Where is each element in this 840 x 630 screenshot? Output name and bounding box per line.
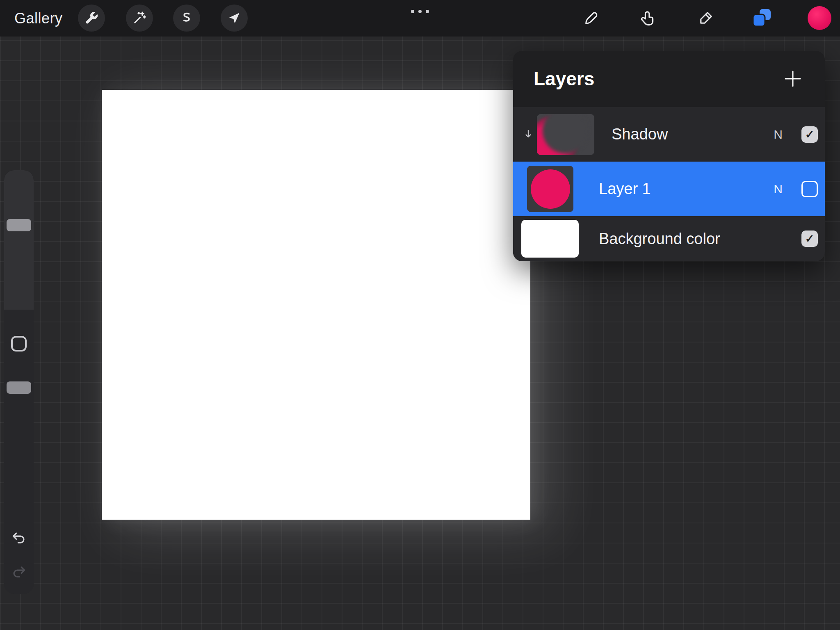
adjustments-button[interactable] — [126, 5, 153, 32]
opacity-slider[interactable] — [7, 381, 31, 394]
modify-button[interactable] — [11, 336, 27, 352]
clipping-mask-icon — [522, 129, 534, 140]
smudge-finger-button[interactable] — [634, 5, 661, 32]
redo-button[interactable] — [11, 564, 27, 580]
layer-row-background-color[interactable]: Background color ✓ — [513, 216, 825, 261]
pink-circle-artwork — [531, 169, 570, 209]
layer-name[interactable]: Background color — [599, 230, 801, 248]
brush-size-slider[interactable] — [7, 219, 31, 231]
actions-button[interactable] — [78, 5, 105, 32]
layer-thumbnail[interactable] — [527, 166, 573, 212]
background-color-thumbnail[interactable] — [521, 220, 579, 258]
gallery-button[interactable]: Gallery — [14, 0, 63, 37]
brush-icon — [582, 10, 600, 27]
layer-name[interactable]: Shadow — [612, 126, 774, 143]
smudge-finger-icon — [639, 10, 656, 27]
blend-mode-badge[interactable]: N — [774, 182, 783, 196]
selection-button[interactable] — [173, 5, 200, 32]
layers-button-active[interactable] — [748, 5, 775, 32]
eraser-button[interactable] — [692, 5, 719, 32]
layer-row-shadow[interactable]: Shadow N ✓ — [513, 107, 825, 162]
paint-brush-button[interactable] — [578, 5, 605, 32]
active-color-swatch[interactable] — [808, 6, 831, 30]
canvas[interactable] — [102, 90, 530, 520]
undo-button[interactable] — [11, 530, 27, 546]
eraser-icon — [697, 10, 714, 27]
layer-thumbnail[interactable] — [537, 114, 594, 155]
magic-wand-icon — [132, 11, 147, 25]
layer-visibility-checkbox[interactable]: ✓ — [801, 126, 818, 143]
transform-arrow-icon — [227, 11, 242, 25]
side-toolbar — [4, 170, 34, 594]
brush-size-track — [4, 170, 34, 310]
layers-panel-header: Layers — [513, 51, 825, 107]
redo-icon — [11, 564, 27, 580]
ellipsis-icon — [418, 10, 422, 13]
shadow-paint-crescent — [543, 114, 588, 153]
ellipsis-icon — [411, 10, 414, 13]
layers-title: Layers — [534, 68, 783, 90]
more-options-button[interactable] — [409, 7, 431, 16]
ellipsis-icon — [426, 10, 429, 13]
check-icon: ✓ — [805, 128, 815, 141]
blend-mode-badge[interactable]: N — [774, 128, 783, 142]
check-icon: ✓ — [805, 232, 815, 245]
top-toolbar: Gallery — [0, 0, 840, 37]
wrench-icon — [84, 11, 99, 25]
layer-row-layer1-selected[interactable]: Layer 1 N — [513, 162, 825, 216]
layer-visibility-checkbox[interactable]: ✓ — [801, 231, 818, 247]
layers-icon — [750, 7, 774, 30]
layer-name[interactable]: Layer 1 — [599, 180, 774, 198]
add-layer-button[interactable] — [783, 69, 803, 89]
plus-icon — [783, 69, 802, 88]
workspace-background: Layers Shadow N ✓ — [0, 0, 840, 630]
transform-button[interactable] — [221, 5, 248, 32]
layer-visibility-checkbox[interactable] — [801, 181, 818, 197]
undo-icon — [11, 530, 27, 546]
layers-panel: Layers Shadow N ✓ — [513, 51, 825, 261]
selection-s-icon — [179, 11, 194, 25]
